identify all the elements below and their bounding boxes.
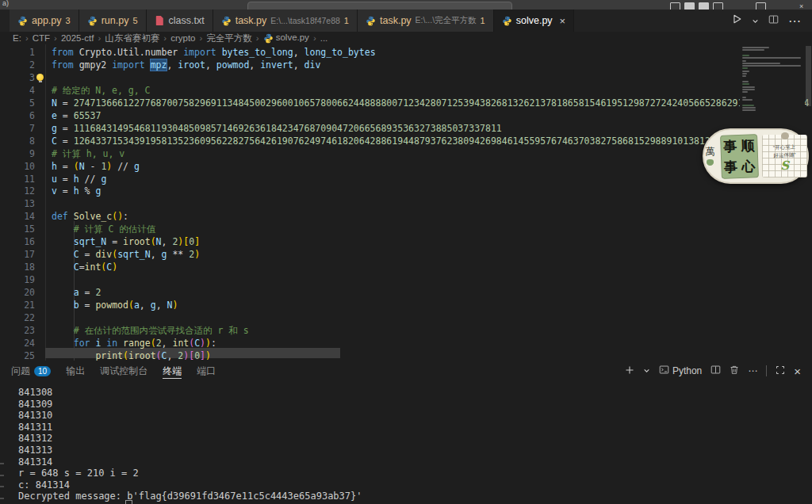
code-line[interactable]: 4# 给定的 N, e, g, C bbox=[0, 84, 812, 97]
customize-layout-icon[interactable] bbox=[713, 2, 723, 10]
tab-run-py[interactable]: run.py5 bbox=[79, 10, 147, 32]
code-editor[interactable]: 1from Crypto.Util.number import bytes_to… bbox=[0, 44, 812, 361]
tab-label: task.py bbox=[380, 15, 412, 26]
code-line[interactable]: 11u = h // g bbox=[0, 173, 812, 185]
terminal-dropdown-chevron-icon[interactable] bbox=[643, 365, 650, 376]
breadcrumb-item-E-[interactable]: E: bbox=[13, 33, 21, 43]
code-text: print(iroot(C, 2)[0]) bbox=[52, 349, 211, 361]
breadcrumb-item--[interactable]: ... bbox=[320, 33, 328, 43]
terminal-line: c: 841314 bbox=[18, 479, 70, 491]
code-line[interactable]: 20 a = 2 bbox=[0, 286, 812, 299]
code-line[interactable]: 10h = (N - 1) // g bbox=[0, 160, 812, 173]
code-line[interactable]: 21 b = powmod(a, g, N) bbox=[0, 299, 812, 311]
terminal-line: Decrypted message: b'flag{d39691fd3467e1… bbox=[18, 491, 362, 502]
line-number: 16 bbox=[0, 235, 35, 248]
code-line[interactable]: 16 sqrt_N = iroot(N, 2)[0] bbox=[0, 235, 812, 248]
toggle-panel-icon[interactable] bbox=[684, 2, 695, 10]
code-line[interactable]: 24 for i in range(2, int(C)): bbox=[0, 337, 812, 349]
new-terminal-icon[interactable] bbox=[625, 365, 634, 377]
toggle-sidebar-icon[interactable] bbox=[670, 2, 680, 10]
code-line[interactable]: 12v = h % g bbox=[0, 185, 812, 197]
panel-tab-label: 输出 bbox=[66, 361, 85, 381]
run-dropdown-chevron-icon[interactable] bbox=[752, 13, 759, 28]
breadcrumb-item--[interactable]: 山东省赛初赛 bbox=[105, 32, 159, 44]
code-line[interactable]: 5N = 27471366612277687007582969113484500… bbox=[0, 97, 812, 109]
maximize-panel-icon[interactable] bbox=[776, 365, 785, 377]
code-text: v = h % g bbox=[52, 185, 101, 197]
code-line[interactable]: 19 bbox=[0, 273, 812, 286]
terminal-icon bbox=[659, 365, 669, 377]
code-text: g = 111684314954681193048509857146926361… bbox=[52, 122, 502, 135]
title-bar: a) × bbox=[0, 0, 812, 10]
panel-tab-输出[interactable]: 输出 bbox=[66, 361, 85, 381]
close-panel-icon[interactable]: × bbox=[794, 365, 801, 378]
code-line[interactable]: 7g = 11168431495468119304850985714692636… bbox=[0, 122, 812, 135]
minimap-line bbox=[742, 63, 780, 64]
breadcrumb-item-2025-ctf[interactable]: 2025-ctf bbox=[61, 33, 94, 43]
minimap-line bbox=[742, 75, 746, 77]
split-editor-icon[interactable] bbox=[768, 13, 779, 28]
panel-tab-终端[interactable]: 终端 bbox=[163, 361, 182, 381]
code-line[interactable]: 8C = 12643371534391958135236095622827564… bbox=[0, 135, 812, 147]
panel-tab-调试控制台[interactable]: 调试控制台 bbox=[100, 361, 147, 381]
editor-more-actions-icon[interactable]: ⋯ bbox=[788, 13, 801, 29]
red-file-icon bbox=[155, 16, 165, 26]
line-number: 10 bbox=[0, 160, 35, 173]
tab-solve-py[interactable]: solve.py× bbox=[494, 10, 574, 32]
breadcrumb-separator: › bbox=[25, 33, 29, 43]
code-line[interactable]: 18 C=int(C) bbox=[0, 261, 812, 273]
panel-tab-问题[interactable]: 问题10 bbox=[11, 361, 51, 381]
code-line[interactable]: 13 bbox=[0, 197, 812, 210]
code-line[interactable]: 9# 计算 h, u, v bbox=[0, 147, 812, 160]
breadcrumb[interactable]: E:›CTF›2025-ctf›山东省赛初赛›crypto›完全平方数›solv… bbox=[0, 32, 812, 44]
tab-label: task.py bbox=[236, 15, 267, 26]
minimap[interactable] bbox=[740, 44, 805, 361]
tab-close-icon[interactable]: × bbox=[560, 15, 566, 27]
code-line[interactable]: 14def Solve_c(): bbox=[0, 210, 812, 223]
line-number: 14 bbox=[0, 210, 35, 223]
tab-task-py[interactable]: task.pyE:\...\完全平方数1 bbox=[358, 10, 494, 32]
line-number: 9 bbox=[0, 147, 35, 160]
breadcrumb-item--[interactable]: 完全平方数 bbox=[206, 32, 252, 44]
split-terminal-icon[interactable] bbox=[710, 365, 721, 377]
tab-app-py[interactable]: app.py3 bbox=[10, 10, 79, 32]
wechat-sticker-overlay: 萬 事顺 事心 “开心至上 好运伴随” S bbox=[703, 128, 809, 184]
code-line[interactable]: 2from gmpy2 import mpz, iroot, powmod, i… bbox=[0, 59, 812, 71]
code-line[interactable]: 6e = 65537 bbox=[0, 109, 812, 122]
kill-terminal-icon[interactable] bbox=[730, 365, 739, 377]
code-line[interactable]: 25 print(iroot(C, 2)[0]) bbox=[0, 349, 812, 361]
panel-tab-端口[interactable]: 端口 bbox=[197, 361, 216, 381]
line-number: 8 bbox=[0, 135, 35, 147]
tab-task-py[interactable]: task.pyE:\...\task18f47e881 bbox=[213, 10, 358, 32]
code-line[interactable]: 3 bbox=[0, 71, 812, 84]
breadcrumb-separator: › bbox=[256, 33, 259, 43]
breadcrumb-item-crypto[interactable]: crypto bbox=[170, 33, 195, 43]
code-line[interactable]: 1from Crypto.Util.number import bytes_to… bbox=[0, 46, 812, 59]
bottom-panel: 问题10输出调试控制台终端端口Python⋯× 8413088413098413… bbox=[0, 361, 812, 504]
panel-more-actions-icon[interactable]: ⋯ bbox=[748, 365, 757, 376]
code-line[interactable]: 17 C = div(sqrt_N, g ** 2) bbox=[0, 248, 812, 261]
restore-window-icon[interactable] bbox=[756, 2, 766, 10]
terminal-line: 841312 bbox=[18, 433, 52, 445]
code-text: # 计算 h, u, v bbox=[52, 147, 124, 160]
code-line[interactable]: 22 bbox=[0, 311, 812, 324]
run-python-file-button[interactable] bbox=[731, 13, 742, 28]
code-line[interactable]: 15 # 计算 C 的估计值 bbox=[0, 223, 812, 235]
breadcrumb-separator: › bbox=[54, 33, 57, 43]
code-text: for i in range(2, int(C)): bbox=[52, 337, 216, 349]
code-line[interactable]: 23 # 在估计的范围内尝试寻找合适的 r 和 s bbox=[0, 324, 812, 337]
line-number: 18 bbox=[0, 261, 35, 273]
breadcrumb-item-solve-py[interactable]: solve.py bbox=[263, 32, 309, 43]
toggle-secondary-sidebar-icon[interactable] bbox=[699, 2, 709, 10]
tab-problems-badge: 1 bbox=[481, 16, 485, 25]
close-window-icon[interactable]: × bbox=[799, 2, 808, 10]
panel-tab-label: 端口 bbox=[197, 361, 216, 381]
vertical-scrollbar[interactable] bbox=[806, 46, 811, 106]
breadcrumb-item-CTF[interactable]: CTF bbox=[33, 33, 50, 43]
command-center-searchbox[interactable] bbox=[247, 2, 512, 10]
line-number: 15 bbox=[0, 223, 35, 235]
lightbulb-icon[interactable] bbox=[36, 74, 44, 81]
code-text: u = h // g bbox=[52, 173, 106, 185]
terminal-profile-button[interactable]: Python bbox=[659, 365, 702, 377]
tab-class-txt[interactable]: class.txt bbox=[147, 10, 213, 32]
